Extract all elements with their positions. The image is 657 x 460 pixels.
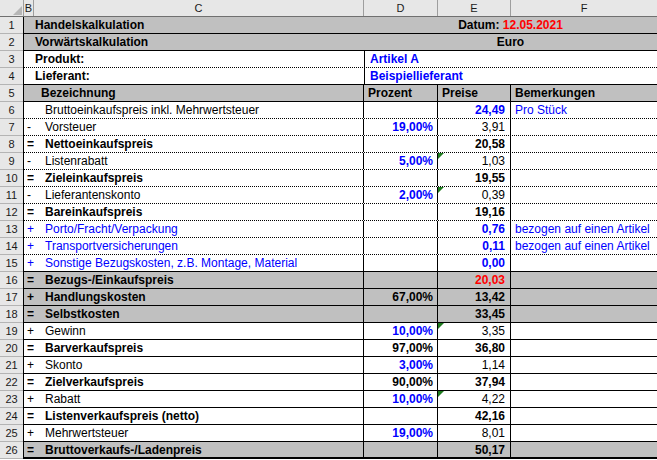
cell-F8[interactable] <box>511 136 657 152</box>
row-header-10[interactable]: 10 <box>0 170 23 187</box>
cell-F25[interactable] <box>511 425 657 441</box>
cell-D11[interactable]: 2,00% <box>364 187 438 203</box>
cell-E8[interactable]: 20,58 <box>438 136 511 152</box>
row-header-23[interactable]: 23 <box>0 391 23 408</box>
row-header-26[interactable]: 26 <box>0 442 23 459</box>
cell-B16[interactable]: = <box>24 272 34 288</box>
cell-E21[interactable]: 1,14 <box>438 357 511 373</box>
cell-C11[interactable]: Lieferantenskonto <box>34 187 364 203</box>
cell-B1[interactable]: HandelskalkulationDatum: 12.05.2021 <box>24 17 657 33</box>
cell-F5[interactable]: Bemerkungen <box>511 85 657 101</box>
cell-B5[interactable] <box>24 85 34 101</box>
row-header-12[interactable]: 12 <box>0 204 23 221</box>
cell-D18[interactable] <box>364 306 438 322</box>
column-header-c[interactable]: C <box>34 0 364 16</box>
cell-D12[interactable] <box>364 204 438 220</box>
cell-F22[interactable] <box>511 374 657 390</box>
cell-F16[interactable] <box>511 272 657 288</box>
row-header-22[interactable]: 22 <box>0 374 23 391</box>
row-header-3[interactable]: 3 <box>0 51 23 68</box>
cell-D24[interactable] <box>364 408 438 424</box>
cell-E20[interactable]: 36,80 <box>438 340 511 356</box>
cell-E7[interactable]: 3,91 <box>438 119 511 135</box>
cell-E14[interactable]: 0,11 <box>438 238 511 254</box>
cell-C9[interactable]: Listenrabatt <box>34 153 364 169</box>
cell-D15[interactable] <box>364 255 438 271</box>
cell-E10[interactable]: 19,55 <box>438 170 511 186</box>
row-header-2[interactable]: 2 <box>0 34 23 51</box>
cell-C16[interactable]: Bezugs-/Einkaufspreis <box>34 272 364 288</box>
cell-B22[interactable]: = <box>24 374 34 390</box>
row-header-6[interactable]: 6 <box>0 102 23 119</box>
cell-B20[interactable]: = <box>24 340 34 356</box>
cell-D20[interactable]: 97,00% <box>364 340 438 356</box>
cell-B13[interactable]: + <box>24 221 34 237</box>
cell-F24[interactable] <box>511 408 657 424</box>
row-header-20[interactable]: 20 <box>0 340 23 357</box>
row-header-24[interactable]: 24 <box>0 408 23 425</box>
cell-E5[interactable]: Preise <box>438 85 511 101</box>
cell-D7[interactable]: 19,00% <box>364 119 438 135</box>
cell-C25[interactable]: Mehrwertsteuer <box>34 425 364 441</box>
cell-C26[interactable]: Bruttoverkaufs-/Ladenpreis <box>34 442 364 457</box>
cell-E11[interactable]: 0,39 <box>438 187 511 203</box>
cell-C19[interactable]: Gewinn <box>34 323 364 339</box>
cell-C18[interactable]: Selbstkosten <box>34 306 364 322</box>
cell-F20[interactable] <box>511 340 657 356</box>
column-header-b[interactable]: B <box>24 0 34 16</box>
row-header-8[interactable]: 8 <box>0 136 23 153</box>
cell-B6[interactable] <box>24 102 34 118</box>
cell-E22[interactable]: 37,94 <box>438 374 511 390</box>
cell-B7[interactable]: - <box>24 119 34 135</box>
cell-C8[interactable]: Nettoeinkaufspreis <box>34 136 364 152</box>
cell-B17[interactable]: + <box>24 289 34 305</box>
cell-F6[interactable]: Pro Stück <box>511 102 657 118</box>
cell-E25[interactable]: 8,01 <box>438 425 511 441</box>
cell-F7[interactable] <box>511 119 657 135</box>
cell-B3[interactable]: Produkt: <box>24 51 364 67</box>
row-header-1[interactable]: 1 <box>0 17 23 34</box>
cell-F18[interactable] <box>511 306 657 322</box>
row-header-18[interactable]: 18 <box>0 306 23 323</box>
row-header-11[interactable]: 11 <box>0 187 23 204</box>
cell-C7[interactable]: Vorsteuer <box>34 119 364 135</box>
cell-E12[interactable]: 19,16 <box>438 204 511 220</box>
cell-B9[interactable]: - <box>24 153 34 169</box>
cell-B23[interactable]: + <box>24 391 34 407</box>
cell-F15[interactable] <box>511 255 657 271</box>
cell-B18[interactable]: = <box>24 306 34 322</box>
cell-C13[interactable]: Porto/Fracht/Verpackung <box>34 221 364 237</box>
cell-D22[interactable]: 90,00% <box>364 374 438 390</box>
row-header-15[interactable]: 15 <box>0 255 23 272</box>
cell-D25[interactable]: 19,00% <box>364 425 438 441</box>
cell-F19[interactable] <box>511 323 657 339</box>
column-header-d[interactable]: D <box>364 0 438 16</box>
cell-E23[interactable]: 4,22 <box>438 391 511 407</box>
cell-C5[interactable]: Bezeichnung <box>34 85 364 101</box>
cell-F13[interactable]: bezogen auf einen Artikel <box>511 221 657 237</box>
row-header-21[interactable]: 21 <box>0 357 23 374</box>
cell-E17[interactable]: 13,42 <box>438 289 511 305</box>
cell-D5[interactable]: Prozent <box>364 85 438 101</box>
cell-E24[interactable]: 42,16 <box>438 408 511 424</box>
cell-C20[interactable]: Barverkaufspreis <box>34 340 364 356</box>
row-header-7[interactable]: 7 <box>0 119 23 136</box>
cell-B21[interactable]: + <box>24 357 34 373</box>
cell-D10[interactable] <box>364 170 438 186</box>
row-header-5[interactable]: 5 <box>0 85 23 102</box>
cell-D16[interactable] <box>364 272 438 288</box>
cell-D3[interactable]: Artikel A <box>364 51 657 67</box>
cell-B2[interactable]: VorwärtskalkulationEuro <box>24 34 657 50</box>
cell-D14[interactable] <box>364 238 438 254</box>
cell-F21[interactable] <box>511 357 657 373</box>
cell-E15[interactable]: 0,00 <box>438 255 511 271</box>
cell-B15[interactable]: + <box>24 255 34 271</box>
cell-B11[interactable]: - <box>24 187 34 203</box>
cell-F11[interactable] <box>511 187 657 203</box>
cell-F9[interactable] <box>511 153 657 169</box>
cell-C24[interactable]: Listenverkaufspreis (netto) <box>34 408 364 424</box>
cell-B8[interactable]: = <box>24 136 34 152</box>
cell-C15[interactable]: Sonstige Bezugskosten, z.B. Montage, Mat… <box>34 255 364 271</box>
cell-F17[interactable] <box>511 289 657 305</box>
cell-B4[interactable]: Lieferant: <box>24 68 364 84</box>
